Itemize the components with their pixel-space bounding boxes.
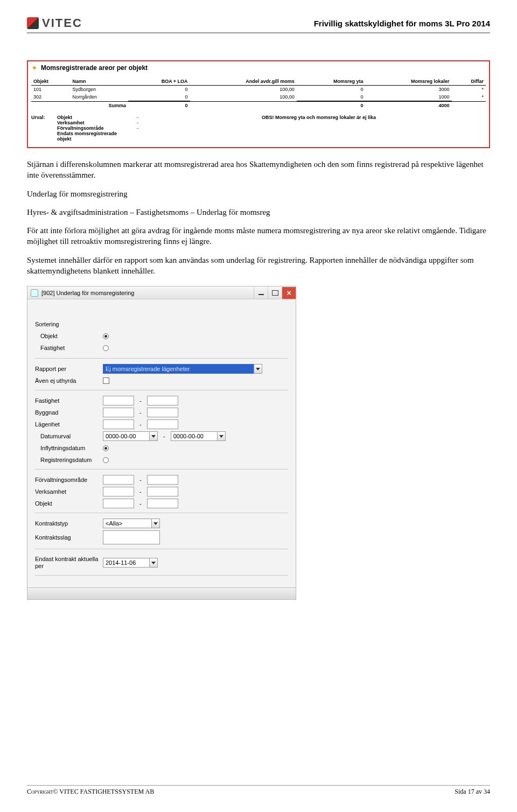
- radio-registreringsdatum[interactable]: [103, 457, 109, 463]
- input-objekt-to[interactable]: [147, 499, 178, 508]
- col-boa: BOA + LOA: [128, 78, 190, 86]
- combo-value: Ej momsregistrerade lägenheter: [103, 364, 254, 374]
- page-number: Sida 17 av 34: [455, 788, 490, 796]
- label-registreringsdatum: Registreringsdatum: [35, 457, 100, 463]
- report-title: Momsregistrerade areor per objekt: [41, 64, 148, 72]
- input-lagenhet-to[interactable]: [147, 419, 178, 429]
- urval-label: Urval:: [31, 115, 53, 120]
- col-yta: Momsreg yta: [297, 78, 366, 86]
- input-byggnad-from[interactable]: [103, 408, 134, 417]
- maximize-button[interactable]: [268, 287, 282, 299]
- checkbox-aven-ej-uthyrda[interactable]: [103, 377, 109, 384]
- paragraph: Systemet innehåller därför en rapport so…: [27, 255, 490, 277]
- logo-text: VITEC: [42, 16, 82, 30]
- sum-row: Summa 0 0 4000: [31, 101, 486, 109]
- label-inflyttningsdatum: Inflyttningsdatum: [35, 445, 100, 451]
- dialog-statusbar: [27, 587, 296, 599]
- sum-label: Summa: [70, 101, 128, 109]
- combo-rapport-per[interactable]: Ej momsregistrerade lägenheter: [103, 364, 262, 374]
- input-verksamhet-to[interactable]: [147, 487, 178, 496]
- report-table: Objekt Namn BOA + LOA Andel avdr.gill mo…: [31, 78, 486, 109]
- app-icon: [31, 289, 38, 297]
- obs-text: OBS! Momsreg yta och momsreg lokaler är …: [262, 115, 376, 120]
- input-lagenhet-from[interactable]: [103, 419, 134, 429]
- logo-icon: [27, 17, 39, 29]
- radio-sort-objekt[interactable]: [103, 333, 109, 339]
- radio-inflyttningsdatum[interactable]: [103, 445, 109, 451]
- urval-block: Urval: Objekt - OBS! Momsreg yta och mom…: [31, 115, 486, 142]
- label-sort-objekt: Objekt: [35, 333, 100, 339]
- label-lagenhet: Lägenhet: [35, 421, 100, 428]
- minimize-button[interactable]: [254, 287, 268, 299]
- close-button[interactable]: [282, 287, 296, 299]
- chevron-down-icon[interactable]: [217, 431, 226, 441]
- col-andel: Andel avdr.gill moms: [190, 78, 297, 86]
- paragraph: För att inte förlora möjlighet att göra …: [27, 225, 490, 247]
- dialog-caption: [902] Underlag för momsregistering: [41, 290, 134, 296]
- brand-logo: VITEC: [27, 16, 82, 30]
- date-from[interactable]: 0000-00-00: [103, 431, 158, 441]
- chevron-down-icon[interactable]: [149, 558, 158, 568]
- table-row: 302 Norrgården 0 100,00 0 1000 *: [31, 93, 486, 101]
- label-verksamhet: Verksamhet: [35, 488, 100, 495]
- paragraph: Stjärnan i differenskolumnen markerar at…: [27, 159, 490, 181]
- col-objekt: Objekt: [31, 78, 70, 86]
- label-aven-ej-uthyrda: Även ej uthyrda: [35, 377, 100, 384]
- input-objekt-from[interactable]: [103, 499, 134, 508]
- breadcrumb-path: Hyres- & avgiftsadministration – Fastigh…: [27, 207, 490, 218]
- date-to[interactable]: 0000-00-00: [171, 431, 226, 441]
- label-kontraktsslag: Kontraktsslag: [35, 534, 100, 541]
- article-body: Stjärnan i differenskolumnen markerar at…: [27, 159, 490, 276]
- input-fastighet-to[interactable]: [147, 396, 178, 405]
- document-title: Frivillig skattskyldighet för moms 3L Pr…: [314, 19, 490, 28]
- label-forvaltningsomrade: Förvaltningsområde: [35, 477, 100, 483]
- label-objekt: Objekt: [35, 500, 100, 507]
- document-footer: Copyright© VITEC FASTIGHETSSYSTEM AB Sid…: [27, 785, 490, 796]
- combo-kontraktstyp[interactable]: <Alla>: [103, 519, 160, 528]
- input-forvaltning-to[interactable]: [147, 475, 178, 485]
- col-lokaler: Momsreg lokaler: [366, 78, 452, 86]
- document-header: VITEC Frivillig skattskyldighet för moms…: [27, 16, 490, 33]
- input-forvaltning-from[interactable]: [103, 475, 134, 485]
- label-byggnad: Byggnad: [35, 409, 100, 416]
- dialog-titlebar: [902] Underlag för momsregistering: [27, 286, 296, 299]
- input-byggnad-to[interactable]: [147, 408, 178, 417]
- chevron-down-icon[interactable]: [151, 519, 160, 528]
- input-verksamhet-from[interactable]: [103, 487, 134, 496]
- col-namn: Namn: [70, 78, 128, 86]
- label-endast-kontrakt: Endast kontrakt aktuella per: [35, 556, 100, 570]
- label-datumurval: Datumurval: [35, 433, 100, 439]
- copyright-text: Copyright© VITEC FASTIGHETSSYSTEM AB: [27, 788, 154, 796]
- report-momsregistrerade-areor: ✦ Momsregistrerade areor per objekt Obje…: [27, 60, 490, 148]
- label-sort-fastighet: Fastighet: [35, 345, 100, 351]
- label-kontraktstyp: Kontraktstyp: [35, 520, 100, 527]
- dialog-underlag-momsregistering: [902] Underlag för momsregistering Sorte…: [27, 286, 296, 600]
- table-row: 101 Sydborgen 0 100,00 0 3000 *: [31, 86, 486, 94]
- label-sortering: Sortering: [35, 321, 100, 327]
- label-rapport-per: Rapport per: [35, 366, 100, 372]
- chevron-down-icon[interactable]: [254, 364, 262, 374]
- label-fastighet: Fastighet: [35, 397, 100, 404]
- input-fastighet-from[interactable]: [103, 396, 134, 405]
- star-icon: ✦: [31, 64, 38, 72]
- heading-underlag: Underlag för momsregistrering: [27, 188, 490, 199]
- radio-sort-fastighet[interactable]: [103, 345, 109, 351]
- input-kontraktsslag[interactable]: [103, 530, 160, 544]
- chevron-down-icon[interactable]: [149, 431, 158, 441]
- col-diffar: Diffar: [452, 78, 486, 86]
- date-endast[interactable]: 2014-11-06: [103, 558, 158, 568]
